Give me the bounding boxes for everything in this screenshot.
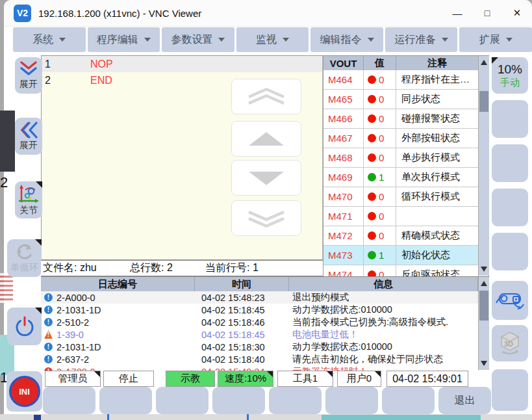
log-row[interactable]: 2-A788-0 04-02 15:48:24 示教器连接超时！: [41, 365, 489, 371]
menu-item[interactable]: 监视: [236, 27, 309, 52]
status-item[interactable]: 管理员: [45, 371, 101, 387]
log-row[interactable]: 2-1031-1D 04-02 15:18:45 动力学数据状态:010000: [41, 304, 489, 316]
power-button[interactable]: [7, 308, 42, 345]
right-sidebar-button[interactable]: [492, 189, 528, 226]
status-item[interactable]: 示教: [166, 371, 215, 387]
bottom-button[interactable]: [43, 387, 95, 414]
vout-row[interactable]: M472 0 精确模式状态: [323, 226, 488, 246]
menu-item-label: 编辑指令: [320, 33, 362, 47]
scrollbar-down-icon[interactable]: [481, 361, 487, 366]
vout-row[interactable]: M471 0: [323, 207, 488, 226]
menu-item[interactable]: 参数设置: [162, 27, 234, 52]
status-item[interactable]: 速度:10%: [218, 371, 273, 387]
bottom-button-bar: 退出: [43, 387, 491, 414]
line-number: 2: [42, 75, 67, 86]
menu-item[interactable]: 扩展: [459, 27, 532, 52]
vout-row[interactable]: M469 1 单次执行模式: [323, 168, 488, 187]
double-chevron-down-gray-icon: [240, 207, 292, 230]
state-dot-icon: [368, 192, 376, 201]
log-time: 04-02 15:48:23: [195, 291, 289, 304]
vout-comment: 初始化状态: [396, 246, 479, 265]
file-info-bar: 文件名: zhu 总行数: 2 当前行号: 1: [41, 260, 323, 276]
vout-value-cell: 0: [364, 90, 396, 109]
vout-row[interactable]: M464 0 程序指针在主…: [323, 70, 488, 90]
window-title: 192.168.1.200 (x11vnc) - VNC Viewer: [38, 8, 201, 19]
vout-table-header: VOUT 值 注释: [323, 56, 488, 70]
scroll-page-up-button[interactable]: [231, 79, 301, 114]
vout-row[interactable]: M470 0 循环执行模式: [323, 187, 488, 207]
status-item[interactable]: 工具1: [277, 371, 333, 387]
log-row[interactable]: 2-A000-0 04-02 15:48:23 退出预约模式: [41, 291, 489, 304]
scrollbar-up-icon[interactable]: [481, 60, 487, 65]
scrollbar-down-icon[interactable]: [481, 267, 487, 272]
bottom-button[interactable]: [325, 387, 378, 414]
minimize-button[interactable]: —: [442, 0, 472, 26]
log-row[interactable]: 2-637-2 04-02 15:18:40 请先点击初始化，确保处于同步状态: [41, 353, 489, 365]
gamepad-button[interactable]: [492, 281, 528, 320]
scrollbar-thumb[interactable]: [479, 91, 488, 112]
status-bar: 管理员 停止 示教 速度:10% 工具1 用户0 04-02 15:49:0: [41, 371, 489, 387]
menu-item[interactable]: 运行准备: [385, 27, 458, 52]
log-row[interactable]: 2-1031-1D 04-02 15:18:30 动力学数据状态:010000: [41, 341, 489, 353]
menu-item[interactable]: 程序编辑: [88, 27, 160, 52]
right-sidebar-button[interactable]: [492, 100, 528, 138]
bottom-button[interactable]: [156, 387, 209, 414]
log-scrollbar[interactable]: [478, 277, 489, 370]
joint-mode-button[interactable]: 关节: [15, 181, 42, 218]
vout-row[interactable]: M473 1 初始化状态: [323, 246, 488, 265]
menu-item[interactable]: 编辑指令: [310, 27, 383, 52]
scrollbar-up-icon[interactable]: [481, 281, 487, 286]
scroll-page-down-button[interactable]: [231, 200, 301, 236]
scroll-down-button[interactable]: [231, 160, 301, 196]
vout-col-header: VOUT: [323, 56, 364, 70]
view-3d-button[interactable]: 3D: [492, 325, 528, 361]
vout-row[interactable]: M467 0 外部按钮状态: [323, 129, 488, 148]
triangle-up-icon: [240, 127, 292, 151]
power-icon: [14, 315, 36, 337]
right-sidebar-button[interactable]: [492, 233, 528, 270]
right-sidebar-button[interactable]: [492, 369, 528, 411]
status-item-label: 工具1: [293, 373, 318, 385]
desktop-background-fragment: [0, 273, 13, 303]
menu-item-label: 监视: [256, 33, 277, 47]
ini-button[interactable]: INI: [6, 371, 42, 412]
total-lines: 总行数: 2: [130, 261, 205, 275]
log-message: 动力学数据状态:010000: [289, 341, 478, 353]
speed-mode-button[interactable]: 10% 手动: [492, 57, 528, 94]
bottom-button[interactable]: [99, 387, 152, 414]
menu-item[interactable]: 系统: [13, 27, 86, 52]
expand-down-button[interactable]: 展开: [15, 57, 42, 94]
bottom-button[interactable]: [212, 387, 265, 414]
single-loop-button[interactable]: 单循环: [7, 239, 42, 277]
exit-button[interactable]: 退出: [438, 387, 491, 414]
vout-row[interactable]: M468 0 单步执行模式: [323, 148, 488, 168]
vout-comment: 反向驱动状态: [396, 265, 479, 277]
status-item[interactable]: 04-02 15:49:01: [386, 371, 468, 387]
bottom-button[interactable]: [382, 387, 435, 414]
vout-scrollbar[interactable]: [478, 56, 489, 276]
state-dot-icon: [368, 114, 376, 123]
menu-bar: 系统 程序编辑 参数设置 监视 编辑指令: [4, 26, 532, 52]
log-row[interactable]: 2-510-2 04-02 15:18:46 当前指令模式已切换为:高级指令模式…: [41, 316, 489, 328]
right-sidebar-button[interactable]: [492, 144, 528, 182]
log-id-cell: 2-A000-0: [41, 291, 195, 304]
vout-rows: M464 0 程序指针在主… M465 0 同步状态: [323, 70, 488, 277]
instruction-text: NOP: [90, 59, 113, 70]
comment-col-header: 注释: [396, 56, 479, 70]
close-button[interactable]: ✕: [502, 0, 532, 26]
scrollbar-thumb[interactable]: [479, 291, 488, 321]
log-table-header: 日志编号 时间 信息: [41, 277, 489, 291]
log-row[interactable]: 1-39-0 04-02 15:18:45 电池电量过低！: [41, 328, 489, 341]
status-item[interactable]: 停止: [103, 371, 154, 387]
expand-left-button[interactable]: 展开: [15, 118, 42, 155]
scroll-up-button[interactable]: [231, 121, 301, 157]
vout-id: M464: [323, 70, 364, 89]
state-dot-icon: [368, 153, 376, 162]
vout-row[interactable]: M465 0 同步状态: [323, 90, 488, 109]
status-item[interactable]: 用户0: [337, 371, 381, 387]
vout-row[interactable]: M466 0 碰撞报警状态: [323, 109, 488, 129]
maximize-button[interactable]: □: [472, 0, 502, 26]
vout-row[interactable]: M474 0 反向驱动状态: [323, 265, 488, 277]
code-line[interactable]: 1 NOP: [42, 56, 322, 72]
bottom-button[interactable]: [269, 387, 322, 414]
